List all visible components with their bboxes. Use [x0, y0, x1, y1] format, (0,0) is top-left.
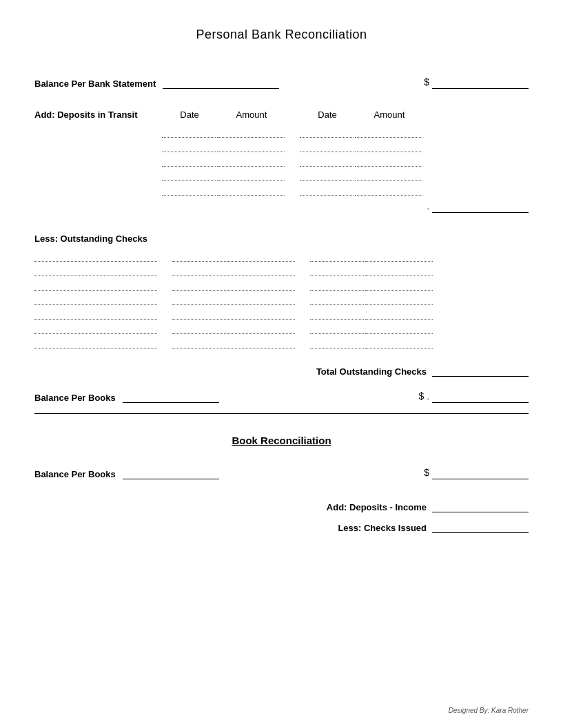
- checks-grid: [34, 249, 529, 351]
- chk-r7-a1[interactable]: [90, 336, 157, 349]
- chk-r1-a3[interactable]: [365, 249, 433, 262]
- page: Personal Bank Reconciliation Balance Per…: [0, 0, 563, 728]
- chk-r6-a2[interactable]: [227, 322, 295, 334]
- book-recon-amount-group: $: [424, 467, 529, 479]
- balance-books-bank-amount-input[interactable]: [432, 391, 529, 403]
- bank-balance-input[interactable]: [163, 76, 279, 89]
- chk-r7-d1[interactable]: [34, 336, 88, 349]
- chk-r5-d3[interactable]: [310, 307, 364, 320]
- chk-r7-a2[interactable]: [227, 336, 295, 349]
- chk-r6-d2[interactable]: [172, 322, 226, 334]
- balance-books-bank-input[interactable]: [123, 391, 219, 403]
- chk-r1-a2[interactable]: [227, 249, 295, 262]
- chk-r3-a1[interactable]: [90, 278, 157, 291]
- deposits-grid: [162, 125, 529, 198]
- deposits-label: Add: Deposits in Transit: [34, 110, 162, 120]
- total-outstanding-input[interactable]: [432, 364, 529, 377]
- dep-r2-amt1[interactable]: [217, 140, 285, 152]
- chk-r7-d2[interactable]: [172, 336, 226, 349]
- deposits-row-1: [162, 125, 529, 198]
- deposits-total-input[interactable]: [432, 200, 529, 213]
- checks-issued-input[interactable]: [432, 521, 529, 533]
- dep-amount-col2: [355, 125, 424, 198]
- chk-r5-a1[interactable]: [90, 307, 157, 320]
- chk-r5-a3[interactable]: [365, 307, 433, 320]
- dep-r1-date2[interactable]: [300, 125, 354, 138]
- dep-r3-date2[interactable]: [300, 154, 354, 167]
- chk-r1-a1[interactable]: [90, 249, 157, 262]
- book-recon-dollar: $: [424, 467, 429, 478]
- deposits-section: Add: Deposits in Transit Date Amount Dat…: [34, 110, 529, 213]
- dep-r4-date1[interactable]: [162, 169, 216, 181]
- book-recon-balance-input[interactable]: [123, 467, 219, 479]
- chk-r4-d2[interactable]: [172, 293, 226, 305]
- deposits-income-row: Add: Deposits - Income: [34, 500, 529, 512]
- balance-books-bank-dollar: $: [419, 391, 424, 402]
- chk-r4-a2[interactable]: [227, 293, 295, 305]
- chk-amt-col1: [90, 249, 158, 351]
- dep-r3-date1[interactable]: [162, 154, 216, 167]
- chk-r3-d3[interactable]: [310, 278, 364, 291]
- book-recon-amount-input[interactable]: [432, 467, 529, 479]
- chk-r2-d2[interactable]: [172, 264, 226, 276]
- dep-r5-date2[interactable]: [300, 183, 354, 196]
- chk-r2-a3[interactable]: [365, 264, 433, 276]
- deposits-col-headers: Date Amount Date Amount: [162, 110, 424, 120]
- total-outstanding-label: Total Outstanding Checks: [316, 366, 427, 377]
- chk-r3-d1[interactable]: [34, 278, 88, 291]
- balance-books-bank-amount-group: $ .: [419, 391, 529, 403]
- chk-r5-a2[interactable]: [227, 307, 295, 320]
- chk-amt-col3: [365, 249, 434, 351]
- chk-r2-d3[interactable]: [310, 264, 364, 276]
- dep-r2-date2[interactable]: [300, 140, 354, 152]
- dep-r2-date1[interactable]: [162, 140, 216, 152]
- deposits-col1-date-header: Date: [162, 110, 217, 120]
- chk-r3-d2[interactable]: [172, 278, 226, 291]
- bank-balance-label: Balance Per Bank Statement: [34, 79, 156, 89]
- chk-r4-a3[interactable]: [365, 293, 433, 305]
- chk-r6-a1[interactable]: [90, 322, 157, 334]
- deposits-total-dot: .: [427, 201, 429, 211]
- chk-r4-a1[interactable]: [90, 293, 157, 305]
- chk-r6-d1[interactable]: [34, 322, 88, 334]
- dep-r5-amt2[interactable]: [355, 183, 422, 196]
- chk-r2-d1[interactable]: [34, 264, 88, 276]
- chk-r6-d3[interactable]: [310, 322, 364, 334]
- chk-r7-a3[interactable]: [365, 336, 433, 349]
- total-outstanding-row: Total Outstanding Checks: [34, 364, 529, 377]
- bank-amount-input[interactable]: [432, 76, 529, 89]
- deposits-income-input[interactable]: [432, 500, 529, 512]
- chk-r3-a2[interactable]: [227, 278, 295, 291]
- section-divider: [34, 413, 529, 414]
- chk-r5-d1[interactable]: [34, 307, 88, 320]
- dep-r4-date2[interactable]: [300, 169, 354, 181]
- chk-r2-a1[interactable]: [90, 264, 157, 276]
- chk-r1-d3[interactable]: [310, 249, 364, 262]
- dep-r5-date1[interactable]: [162, 183, 216, 196]
- chk-r6-a3[interactable]: [365, 322, 433, 334]
- chk-date-col3: [310, 249, 365, 351]
- dep-r4-amt2[interactable]: [355, 169, 422, 181]
- balance-books-bank-row: Balance Per Books $ .: [34, 391, 529, 403]
- chk-r3-a3[interactable]: [365, 278, 433, 291]
- dep-r1-date1[interactable]: [162, 125, 216, 138]
- chk-r1-d1[interactable]: [34, 249, 88, 262]
- chk-r7-d3[interactable]: [310, 336, 364, 349]
- chk-r2-a2[interactable]: [227, 264, 295, 276]
- chk-date-col1: [34, 249, 90, 351]
- chk-r1-d2[interactable]: [172, 249, 226, 262]
- chk-r5-d2[interactable]: [172, 307, 226, 320]
- book-recon-balance-row: Balance Per Books $: [34, 467, 529, 479]
- chk-r4-d3[interactable]: [310, 293, 364, 305]
- dep-date-col1: [162, 125, 217, 198]
- dep-r3-amt2[interactable]: [355, 154, 422, 167]
- dep-r1-amt2[interactable]: [355, 125, 422, 138]
- dep-r1-amt1[interactable]: [217, 125, 285, 138]
- chk-sep2: [296, 249, 310, 351]
- deposits-income-label: Add: Deposits - Income: [327, 502, 427, 512]
- dep-r2-amt2[interactable]: [355, 140, 422, 152]
- dep-r3-amt1[interactable]: [217, 154, 285, 167]
- dep-r4-amt1[interactable]: [217, 169, 285, 181]
- dep-r5-amt1[interactable]: [217, 183, 285, 196]
- chk-r4-d1[interactable]: [34, 293, 88, 305]
